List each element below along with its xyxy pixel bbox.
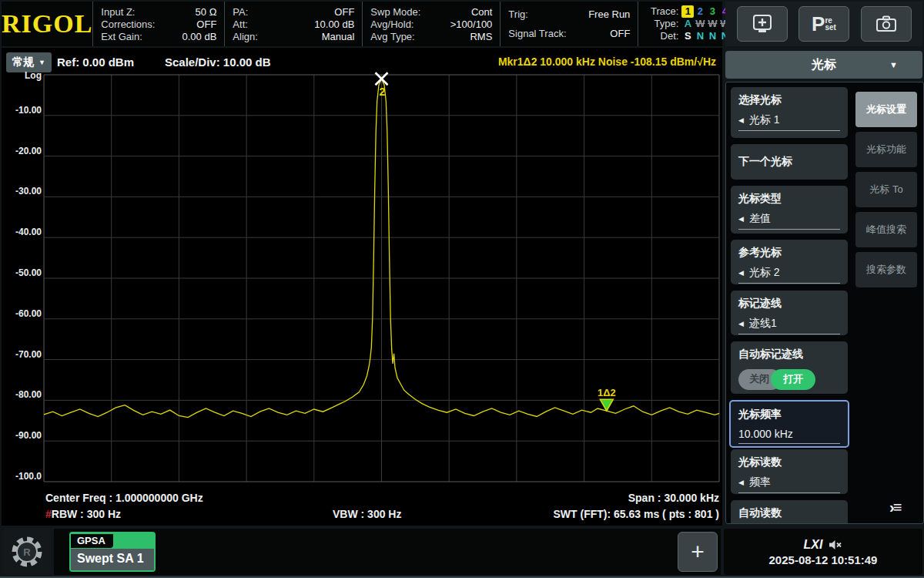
legend-cell-2[interactable]: W xyxy=(694,18,706,30)
menu-button-value: ◀差值 xyxy=(738,212,840,230)
legend-cell-1[interactable]: A xyxy=(681,18,694,30)
screenshot-button[interactable] xyxy=(861,6,912,42)
side-tab-1[interactable]: 光标功能 xyxy=(855,132,917,167)
legend-cell-1[interactable]: 1 xyxy=(681,5,694,18)
menu-button-2[interactable]: 光标类型◀差值 xyxy=(731,186,848,234)
side-panel-title-label: 光标 xyxy=(812,57,836,73)
spectrum-trace-svg: 21Δ2 xyxy=(44,75,719,482)
side-tab-4[interactable]: 搜索参数 xyxy=(855,252,917,287)
legend-cell-3[interactable]: 3 xyxy=(706,5,718,18)
status-group-0: Input Z:50 ΩCorrections:OFFExt Gain:0.00… xyxy=(92,2,224,46)
status-row: Swp Mode:Cont xyxy=(370,6,492,18)
preset-button[interactable]: P reset xyxy=(798,6,849,42)
status-row: Avg Type:RMS xyxy=(370,31,492,42)
add-window-button[interactable]: + xyxy=(678,532,718,572)
status-label: Align: xyxy=(233,31,258,42)
app-tab-swept-sa[interactable]: GPSA Swept SA 1 xyxy=(69,532,156,572)
arrow-left-icon: ◀ xyxy=(738,215,744,223)
menu-button-title: 自动读数 xyxy=(731,500,848,524)
swt-annotation: SWT (FFT): 65.63 ms ( pts : 801 ) xyxy=(554,508,719,520)
status-label: Att: xyxy=(233,18,248,30)
menu-button-6[interactable]: 光标频率10.000 kHz xyxy=(729,400,849,448)
delta-marker-label: 1Δ2 xyxy=(598,387,616,398)
chevron-down-icon: ▼ xyxy=(889,60,898,69)
arrow-left-icon: ◀ xyxy=(738,479,744,486)
camera-icon xyxy=(875,15,897,32)
rbw-annotation[interactable]: #RBW : 300 Hz xyxy=(45,508,121,520)
side-tab-3[interactable]: 峰值搜索 xyxy=(855,212,917,247)
legend-cell-2[interactable]: 2 xyxy=(694,5,706,18)
menu-button-title: 选择光标 xyxy=(731,87,848,107)
y-axis-tick-label: -50.00 xyxy=(3,267,42,278)
ref-level-value[interactable]: Ref: 0.00 dBm xyxy=(57,55,134,69)
y-axis-tick-label: -60.00 xyxy=(3,308,42,319)
status-label: Swp Mode: xyxy=(370,6,420,18)
graticule-plot-area[interactable]: 21Δ2 xyxy=(44,75,719,482)
app-tab-label: Swept SA 1 xyxy=(71,549,154,570)
menu-button-3[interactable]: 参考光标◀光标 2 xyxy=(731,240,848,284)
status-value: Manual xyxy=(322,31,355,42)
side-panel-title[interactable]: 光标 ▼ xyxy=(725,51,922,79)
legend-cell-3[interactable]: W xyxy=(706,18,718,30)
datetime-display: 2025-08-12 10:51:49 xyxy=(769,553,878,566)
scale-mode-label: 常规 xyxy=(12,55,34,69)
menu-button-value: ◀迹线1 xyxy=(738,317,840,334)
y-axis-tick-label: -40.00 xyxy=(3,227,42,237)
legend-cell-2[interactable]: N xyxy=(694,30,706,42)
legend-label: Det: xyxy=(644,30,678,42)
arrow-left-icon: ◀ xyxy=(738,116,744,124)
y-axis-tick-label: -20.00 xyxy=(3,146,42,156)
toggle-on-label[interactable]: 打开 xyxy=(771,369,815,390)
status-value: 10.00 dB xyxy=(314,18,354,30)
status-label: Signal Track: xyxy=(508,28,566,39)
top-right-buttons: P reset xyxy=(725,2,922,46)
multi-view-button[interactable] xyxy=(737,6,788,42)
menu-button-0[interactable]: 选择光标◀光标 1 xyxy=(731,87,848,138)
menu-button-5[interactable]: 自动标记迹线关闭打开 xyxy=(731,341,848,394)
system-status-panel[interactable]: LXI 2025-08-12 10:51:49 xyxy=(724,529,922,575)
top-status-bar: RIGOL Input Z:50 ΩCorrections:OFFExt Gai… xyxy=(2,2,722,46)
center-freq-annotation[interactable]: Center Freq : 1.000000000 GHz xyxy=(45,492,203,504)
status-value: RMS xyxy=(470,31,492,42)
scale-div-value[interactable]: Scale/Div: 10.00 dB xyxy=(165,55,271,69)
status-value: OFF xyxy=(610,28,630,39)
app-tab-bar: GPSA Swept SA 1 + xyxy=(54,529,721,575)
legend-label: Trace: xyxy=(644,5,678,18)
marker-menu-panel: 选择光标◀光标 1下一个光标光标类型◀差值参考光标◀光标 2标记迹线◀迹线1自动… xyxy=(725,82,924,524)
expand-menu-icon[interactable]: ›≡ xyxy=(889,499,900,516)
menu-button-8[interactable]: 自动读数 xyxy=(731,500,848,524)
side-tab-2[interactable]: 光标 To xyxy=(855,172,917,207)
status-group-3: Trig:Free RunSignal Track:OFF xyxy=(500,2,638,46)
status-group-2: Swp Mode:ContAvg/Hold:>100/100Avg Type:R… xyxy=(362,2,500,46)
menu-button-4[interactable]: 标记迹线◀迹线1 xyxy=(731,291,848,335)
marker-2-label: 2 xyxy=(380,86,386,98)
menu-button-value: ◀光标 2 xyxy=(738,266,840,284)
span-annotation[interactable]: Span : 30.000 kHz xyxy=(628,492,719,504)
status-row: Ext Gain:0.00 dB xyxy=(101,31,216,42)
status-row: PA:OFF xyxy=(233,6,354,18)
spectrum-analyzer-screen: { "header": { "logo": "RIGOL", "info_gro… xyxy=(0,0,924,578)
system-gear-button[interactable]: R xyxy=(3,529,51,575)
auto-mark-trace-toggle[interactable]: 关闭打开 xyxy=(738,369,840,390)
status-label: Corrections: xyxy=(101,18,155,30)
legend-cell-3[interactable]: N xyxy=(706,30,718,42)
status-label: Avg Type: xyxy=(370,31,414,42)
y-axis-tick-label: -80.00 xyxy=(3,389,42,400)
side-tab-0[interactable]: 光标设置 xyxy=(855,92,917,127)
y-axis-log-label: Log xyxy=(3,70,42,81)
status-row: Input Z:50 Ω xyxy=(101,6,216,18)
vbw-annotation[interactable]: VBW : 300 Hz xyxy=(333,508,401,520)
status-label: Trig: xyxy=(508,8,528,20)
y-axis-tick-label: -70.00 xyxy=(3,349,42,360)
menu-button-title: 光标类型 xyxy=(731,186,848,206)
menu-button-7[interactable]: 光标读数◀频率 xyxy=(731,449,848,494)
menu-button-1[interactable]: 下一个光标 xyxy=(731,144,848,180)
menu-button-title: 标记迹线 xyxy=(731,291,848,311)
status-label: Input Z: xyxy=(101,6,135,18)
menu-button-title: 光标读数 xyxy=(731,449,848,469)
y-axis-tick-label: -30.00 xyxy=(3,186,42,197)
status-value: Free Run xyxy=(588,8,630,20)
legend-cell-1[interactable]: S xyxy=(681,30,694,42)
y-axis-tick-label: -100.0 xyxy=(3,471,42,482)
status-row: Signal Track:OFF xyxy=(508,28,630,39)
